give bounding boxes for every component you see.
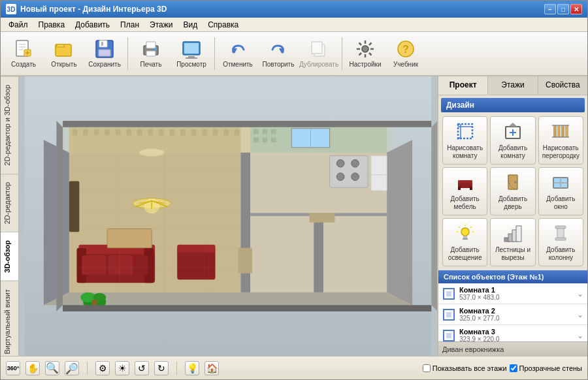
btn-add-door[interactable]: Добавить дверь bbox=[490, 167, 535, 215]
add-furniture-icon bbox=[455, 172, 476, 193]
svg-point-87 bbox=[336, 173, 344, 181]
close-button[interactable]: ✕ bbox=[570, 4, 582, 14]
btn-zoom-in[interactable]: 🔍 bbox=[45, 361, 59, 375]
tab-floors[interactable]: Этажи bbox=[488, 76, 538, 95]
toolbar-redo[interactable]: Повторить bbox=[259, 35, 297, 72]
minimize-button[interactable]: − bbox=[544, 4, 556, 14]
left-tab-virtual[interactable]: Виртуальный визит bbox=[1, 281, 18, 356]
toolbar-save[interactable]: Сохранить bbox=[86, 35, 123, 72]
svg-rect-53 bbox=[126, 129, 131, 136]
checkbox-transparent-walls[interactable]: Прозрачные стены bbox=[510, 364, 582, 372]
svg-line-32 bbox=[359, 53, 362, 55]
toolbar-print[interactable]: Печать bbox=[132, 35, 170, 72]
checkbox-show-floors[interactable]: Показывать все этажи bbox=[423, 364, 507, 372]
btn-home[interactable]: 🏠 bbox=[204, 361, 219, 375]
toolbar-sep-2 bbox=[214, 37, 215, 70]
maximize-button[interactable]: □ bbox=[557, 4, 569, 14]
objects-list[interactable]: Комната 1 537.0 × 483.0 ⌄ Комната 2 325.… bbox=[438, 283, 587, 341]
add-room-icon bbox=[502, 121, 523, 142]
room1-info: Комната 1 537.0 × 483.0 bbox=[459, 286, 577, 301]
svg-rect-56 bbox=[159, 129, 164, 136]
svg-rect-55 bbox=[148, 129, 153, 136]
btn-add-window[interactable]: Добавить окно bbox=[538, 167, 583, 215]
btn-add-furniture[interactable]: Добавить мебель bbox=[442, 167, 487, 215]
svg-point-141 bbox=[461, 228, 469, 236]
left-tab-2d[interactable]: 2D-редактор bbox=[1, 174, 18, 232]
toolbar-undo[interactable]: Отменить bbox=[219, 35, 257, 72]
svg-point-85 bbox=[336, 159, 344, 167]
menu-edit[interactable]: Правка bbox=[33, 19, 71, 31]
toolbar-duplicate[interactable]: Дублировать bbox=[300, 35, 338, 72]
menu-view[interactable]: Вид bbox=[178, 19, 203, 31]
svg-rect-14 bbox=[146, 51, 155, 56]
transparent-walls-label: Прозрачные стены bbox=[519, 364, 582, 372]
svg-marker-122 bbox=[508, 123, 517, 127]
btn-light[interactable]: 💡 bbox=[185, 361, 199, 375]
room3-name: Комната 3 bbox=[459, 328, 577, 336]
btn-draw-partition[interactable]: Нарисовать перегородку bbox=[538, 116, 583, 165]
btn-add-light[interactable]: Добавить освещение bbox=[442, 218, 487, 266]
add-light-icon bbox=[455, 223, 476, 244]
svg-rect-104 bbox=[310, 213, 335, 223]
btn-hand[interactable]: ✋ bbox=[25, 361, 40, 375]
btn-orbit-left[interactable]: ↺ bbox=[135, 361, 149, 375]
toolbar-settings[interactable]: Настройки bbox=[346, 35, 384, 72]
btn-360[interactable]: 360° bbox=[6, 361, 20, 375]
create-icon bbox=[13, 39, 34, 59]
room-icon-1 bbox=[442, 287, 455, 300]
btn-stairs-cuts[interactable]: Лестницы и вырезы bbox=[490, 218, 535, 266]
stairs-cuts-icon bbox=[502, 223, 523, 244]
left-tab-2d-3d[interactable]: 2D-редактор и 3D-обзор bbox=[1, 76, 18, 174]
toolbar-preview[interactable]: Просмотр bbox=[172, 35, 210, 72]
tab-project[interactable]: Проект bbox=[438, 76, 488, 95]
show-floors-input[interactable] bbox=[423, 364, 431, 372]
object-item-room1[interactable]: Комната 1 537.0 × 483.0 ⌄ bbox=[438, 283, 587, 304]
menu-help[interactable]: Справка bbox=[203, 19, 244, 31]
add-furniture-label: Добавить мебель bbox=[446, 195, 484, 211]
toolbar-create[interactable]: Создать bbox=[5, 35, 42, 72]
menu-floors[interactable]: Этажи bbox=[144, 19, 178, 31]
room3-dims: 323.9 × 220.0 bbox=[459, 336, 577, 341]
btn-draw-room[interactable]: Нарисовать комнату bbox=[442, 116, 487, 165]
create-label: Создать bbox=[11, 61, 36, 69]
tab-properties[interactable]: Свойства bbox=[538, 76, 587, 95]
svg-point-86 bbox=[351, 159, 359, 167]
svg-rect-142 bbox=[463, 236, 467, 238]
add-window-icon bbox=[550, 172, 571, 193]
left-tab-3d[interactable]: 3D-обзор bbox=[1, 232, 18, 281]
menu-plan[interactable]: План bbox=[115, 19, 144, 31]
toolbar: Создать Открыть Сохранить Печать Просмо bbox=[1, 32, 587, 76]
menu-add[interactable]: Добавить bbox=[70, 19, 115, 31]
btn-zoom-out[interactable]: 🔍 bbox=[65, 361, 79, 375]
object-item-room2[interactable]: Комната 2 325.0 × 277.0 ⌄ bbox=[438, 304, 587, 325]
btn-add-room[interactable]: Добавить комнату bbox=[490, 116, 535, 165]
btn-orbit-right[interactable]: ↻ bbox=[154, 361, 169, 375]
room2-info: Комната 2 325.0 × 277.0 bbox=[459, 307, 577, 322]
svg-rect-17 bbox=[184, 43, 199, 54]
btn-add-column[interactable]: Добавить колонну bbox=[538, 218, 583, 266]
svg-marker-39 bbox=[44, 140, 69, 305]
show-floors-label: Показывать все этажи bbox=[433, 364, 507, 372]
toolbar-open[interactable]: Открыть bbox=[45, 35, 83, 72]
undo-icon bbox=[227, 39, 248, 59]
toolbar-help[interactable]: ? Учебник bbox=[387, 35, 425, 72]
help-label: Учебник bbox=[393, 61, 418, 69]
svg-marker-116 bbox=[56, 121, 63, 311]
viewport[interactable] bbox=[19, 76, 437, 356]
svg-rect-69 bbox=[263, 137, 268, 142]
add-door-label: Добавить дверь bbox=[493, 195, 532, 211]
svg-rect-77 bbox=[135, 255, 148, 274]
duplicate-icon bbox=[308, 39, 329, 59]
btn-sun[interactable]: ☀ bbox=[115, 361, 129, 375]
transparent-walls-input[interactable] bbox=[510, 364, 517, 372]
svg-rect-154 bbox=[555, 226, 566, 229]
undo-label: Отменить bbox=[223, 61, 253, 69]
svg-rect-143 bbox=[463, 238, 468, 240]
object-item-room3[interactable]: Комната 3 323.9 × 220.0 ⌄ bbox=[438, 325, 587, 341]
svg-rect-127 bbox=[561, 125, 564, 137]
menu-file[interactable]: Файл bbox=[3, 19, 33, 31]
svg-point-102 bbox=[139, 149, 165, 157]
svg-rect-48 bbox=[73, 129, 78, 136]
btn-gear[interactable]: ⚙ bbox=[95, 361, 110, 375]
svg-marker-42 bbox=[387, 140, 412, 305]
